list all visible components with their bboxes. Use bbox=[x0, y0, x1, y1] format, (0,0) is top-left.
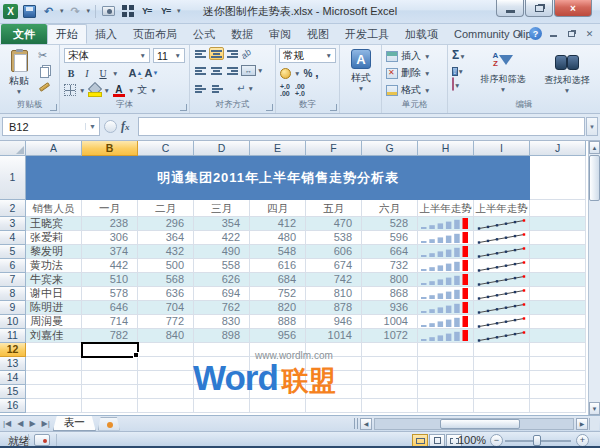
orientation-icon[interactable]: ab bbox=[239, 46, 253, 60]
paste-button[interactable]: 粘贴 ▼ bbox=[4, 48, 34, 100]
name-box[interactable]: B12 ▼ bbox=[2, 117, 100, 136]
cell[interactable] bbox=[474, 371, 530, 385]
formula-input[interactable] bbox=[138, 117, 585, 136]
table-row-value[interactable]: 364 bbox=[138, 231, 194, 245]
cell[interactable] bbox=[250, 371, 306, 385]
table-header-cell[interactable]: 五月 bbox=[306, 200, 362, 217]
hscroll-right-icon[interactable]: ▶ bbox=[576, 418, 588, 430]
sparkline-column-cell[interactable] bbox=[418, 217, 474, 231]
ribbon-tab[interactable]: 开始 bbox=[47, 24, 87, 44]
cell[interactable] bbox=[474, 399, 530, 413]
cell[interactable] bbox=[530, 371, 586, 385]
row-header-11[interactable]: 11 bbox=[0, 329, 26, 343]
table-row-value[interactable]: 830 bbox=[194, 315, 250, 329]
delete-cells-button[interactable]: 删除 ▼ bbox=[386, 65, 442, 81]
table-row-value[interactable]: 1004 bbox=[362, 315, 418, 329]
sparkline-line-cell[interactable] bbox=[474, 217, 530, 231]
table-row-name[interactable]: 黄功法 bbox=[26, 259, 82, 273]
scroll-down-icon[interactable]: ▼ bbox=[589, 402, 600, 415]
expand-formula-bar-icon[interactable]: ▼ bbox=[586, 117, 598, 136]
minimize-button[interactable] bbox=[496, 0, 524, 17]
table-row-value[interactable]: 664 bbox=[362, 245, 418, 259]
cell[interactable] bbox=[138, 385, 194, 399]
cell[interactable] bbox=[306, 371, 362, 385]
prev-sheet-icon[interactable]: ◀ bbox=[17, 419, 23, 428]
name-box-dropdown-icon[interactable]: ▼ bbox=[85, 123, 99, 130]
view-grid-icon[interactable] bbox=[120, 4, 135, 19]
currency-format-icon[interactable] bbox=[280, 68, 291, 79]
ribbon-tab[interactable]: 视图 bbox=[299, 24, 337, 44]
insert-function-icon[interactable]: fx bbox=[121, 119, 130, 134]
cell[interactable] bbox=[474, 385, 530, 399]
cell[interactable] bbox=[362, 343, 418, 357]
table-row-value[interactable]: 528 bbox=[362, 217, 418, 231]
column-header-D[interactable]: D bbox=[194, 141, 250, 156]
copy-icon[interactable] bbox=[40, 67, 49, 78]
cell[interactable] bbox=[362, 385, 418, 399]
sparkline-line-cell[interactable] bbox=[474, 259, 530, 273]
underline-dropdown-icon[interactable]: ▼ bbox=[112, 70, 118, 77]
row-header-6[interactable]: 6 bbox=[0, 259, 26, 273]
row-header-10[interactable]: 10 bbox=[0, 315, 26, 329]
table-row-name[interactable]: 牛宾来 bbox=[26, 273, 82, 287]
align-center-icon[interactable] bbox=[209, 64, 224, 77]
table-row-value[interactable]: 704 bbox=[138, 301, 194, 315]
row-header-7[interactable]: 7 bbox=[0, 273, 26, 287]
last-sheet-icon[interactable]: ▶| bbox=[42, 419, 50, 428]
vertical-scroll-thumb[interactable] bbox=[589, 155, 600, 201]
custom-formula-icon-2[interactable]: Y= bbox=[158, 4, 173, 19]
table-row-value[interactable]: 732 bbox=[362, 259, 418, 273]
table-row-value[interactable]: 412 bbox=[250, 217, 306, 231]
cell[interactable] bbox=[138, 357, 194, 371]
cell[interactable] bbox=[530, 315, 586, 329]
table-row-value[interactable]: 840 bbox=[138, 329, 194, 343]
table-header-cell[interactable]: 一月 bbox=[82, 200, 138, 217]
column-header-F[interactable]: F bbox=[306, 141, 362, 156]
macro-record-icon[interactable] bbox=[34, 434, 50, 446]
font-color-dropdown-icon[interactable]: ▼ bbox=[128, 87, 134, 94]
decrease-indent-icon[interactable] bbox=[193, 82, 208, 95]
row-header-15[interactable]: 15 bbox=[0, 385, 26, 399]
ribbon-tab[interactable]: 插入 bbox=[87, 24, 125, 44]
cell[interactable] bbox=[138, 371, 194, 385]
dialog-launcher-icon[interactable] bbox=[330, 104, 337, 111]
table-row-value[interactable]: 568 bbox=[138, 273, 194, 287]
tab-split-handle[interactable] bbox=[354, 418, 359, 429]
cell[interactable] bbox=[362, 371, 418, 385]
cell[interactable] bbox=[138, 343, 194, 357]
scroll-up-icon[interactable]: ▲ bbox=[589, 141, 600, 154]
table-row-value[interactable]: 374 bbox=[82, 245, 138, 259]
cell[interactable] bbox=[418, 343, 474, 357]
cell[interactable] bbox=[306, 343, 362, 357]
table-row-value[interactable]: 868 bbox=[362, 287, 418, 301]
sparkline-column-cell[interactable] bbox=[418, 329, 474, 343]
selected-cell-B12[interactable] bbox=[81, 342, 139, 358]
next-sheet-icon[interactable]: ▶ bbox=[29, 419, 35, 428]
cell[interactable] bbox=[530, 385, 586, 399]
column-header-A[interactable]: A bbox=[26, 141, 82, 156]
table-row-value[interactable]: 636 bbox=[138, 287, 194, 301]
cell[interactable] bbox=[530, 343, 586, 357]
table-row-value[interactable]: 878 bbox=[306, 301, 362, 315]
merge-center-icon[interactable]: ↔ bbox=[241, 65, 256, 76]
screenshot-icon[interactable] bbox=[101, 4, 116, 19]
table-row-value[interactable]: 480 bbox=[250, 231, 306, 245]
cell[interactable] bbox=[530, 329, 586, 343]
file-tab[interactable]: 文件 bbox=[1, 24, 47, 44]
table-row-name[interactable]: 陈明进 bbox=[26, 301, 82, 315]
italic-button[interactable]: I bbox=[80, 66, 94, 80]
autosum-button[interactable]: Σ▼ bbox=[452, 48, 466, 62]
row-header-12[interactable]: 12 bbox=[0, 343, 26, 357]
shrink-font-button[interactable]: A▼ bbox=[144, 66, 158, 80]
table-row-value[interactable]: 354 bbox=[194, 217, 250, 231]
font-size-select[interactable]: 11▼ bbox=[153, 48, 185, 63]
table-row-value[interactable]: 810 bbox=[306, 287, 362, 301]
cell[interactable] bbox=[82, 371, 138, 385]
table-row-value[interactable]: 936 bbox=[362, 301, 418, 315]
cell[interactable] bbox=[530, 231, 586, 245]
close-button[interactable]: × bbox=[554, 0, 592, 17]
table-row-value[interactable]: 646 bbox=[82, 301, 138, 315]
table-row-name[interactable]: 王晓宾 bbox=[26, 217, 82, 231]
table-row-value[interactable]: 238 bbox=[82, 217, 138, 231]
font-name-select[interactable]: 宋体▼ bbox=[64, 48, 150, 63]
